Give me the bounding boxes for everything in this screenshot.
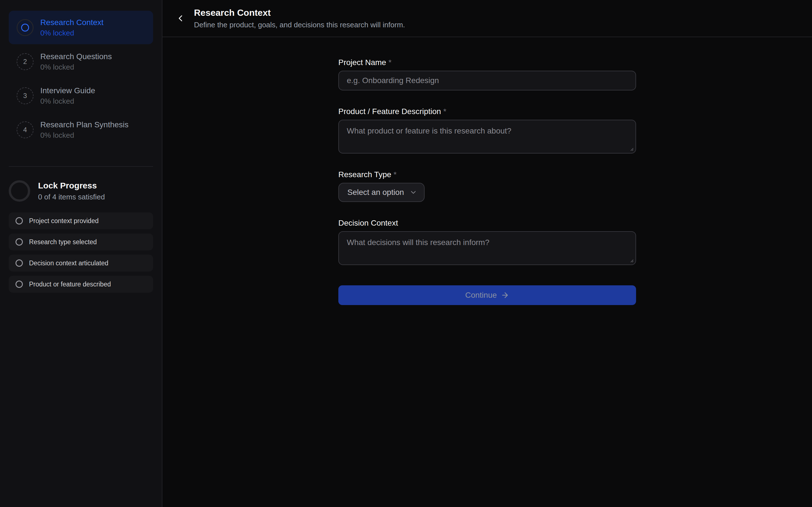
lock-progress-text: Lock Progress 0 of 4 items satisfied xyxy=(38,180,105,202)
product-description-textarea[interactable] xyxy=(338,120,636,154)
step-title: Research Context xyxy=(40,18,103,27)
label-text: Research Type xyxy=(338,170,391,179)
research-type-label: Research Type* xyxy=(338,170,636,179)
research-type-select[interactable]: Select an option xyxy=(338,183,424,202)
step-locked-label: 0% locked xyxy=(40,62,112,71)
sidebar-step-research-questions[interactable]: 2 Research Questions 0% locked xyxy=(9,45,153,78)
textarea-wrapper xyxy=(338,231,636,265)
research-context-form: Project Name* Product / Feature Descript… xyxy=(338,37,636,305)
step-list: Research Context 0% locked 2 Research Qu… xyxy=(9,11,153,147)
step-title: Research Questions xyxy=(40,52,112,61)
checklist-item-label: Product or feature described xyxy=(29,281,111,288)
project-name-group: Project Name* xyxy=(338,58,636,91)
checklist-item-label: Research type selected xyxy=(29,238,97,246)
checklist-item-label: Decision context articulated xyxy=(29,260,108,267)
continue-button[interactable]: Continue xyxy=(338,285,636,305)
step-text: Research Context 0% locked xyxy=(40,18,103,38)
lock-progress-section: Lock Progress 0 of 4 items satisfied xyxy=(9,180,153,202)
label-text: Decision Context xyxy=(338,219,398,227)
required-asterisk: * xyxy=(394,170,397,179)
main-panel: Research Context Define the product, goa… xyxy=(162,0,812,507)
lock-checklist: Project context provided Research type s… xyxy=(9,212,153,293)
circle-icon xyxy=(15,260,23,267)
page-subtitle: Define the product, goals, and decisions… xyxy=(194,20,405,29)
continue-label: Continue xyxy=(465,291,497,300)
checklist-item: Decision context articulated xyxy=(9,255,153,272)
product-description-label: Product / Feature Description* xyxy=(338,107,636,116)
step-locked-label: 0% locked xyxy=(40,131,129,140)
header-text: Research Context Define the product, goa… xyxy=(194,7,405,29)
step-number-badge: 3 xyxy=(17,87,34,104)
back-button[interactable] xyxy=(174,12,187,24)
step-title: Research Plan Synthesis xyxy=(40,120,129,129)
label-text: Project Name xyxy=(338,58,386,67)
step-text: Research Questions 0% locked xyxy=(40,52,112,71)
progress-ring-icon xyxy=(9,180,30,202)
sidebar-divider xyxy=(9,166,153,167)
arrow-right-icon xyxy=(501,291,509,299)
active-step-circle-icon xyxy=(17,19,34,36)
step-locked-label: 0% locked xyxy=(40,29,103,38)
sidebar: Research Context 0% locked 2 Research Qu… xyxy=(0,0,162,507)
step-text: Interview Guide 0% locked xyxy=(40,86,95,106)
lock-progress-subtitle: 0 of 4 items satisfied xyxy=(38,192,105,202)
circle-icon xyxy=(15,217,23,224)
project-name-label: Project Name* xyxy=(338,58,636,67)
circle-icon xyxy=(15,238,23,245)
sidebar-step-research-context[interactable]: Research Context 0% locked xyxy=(9,11,153,44)
step-locked-label: 0% locked xyxy=(40,97,95,106)
checklist-item: Research type selected xyxy=(9,233,153,250)
app-root: Research Context 0% locked 2 Research Qu… xyxy=(0,0,812,507)
step-number-badge: 4 xyxy=(17,121,34,138)
textarea-wrapper xyxy=(338,120,636,154)
lock-progress-title: Lock Progress xyxy=(38,180,105,191)
select-value: Select an option xyxy=(347,188,404,197)
sidebar-step-interview-guide[interactable]: 3 Interview Guide 0% locked xyxy=(9,79,153,112)
decision-context-group: Decision Context xyxy=(338,218,636,265)
step-title: Interview Guide xyxy=(40,86,95,96)
decision-context-textarea[interactable] xyxy=(338,231,636,265)
circle-icon xyxy=(15,281,23,288)
research-type-group: Research Type* Select an option xyxy=(338,170,636,202)
content-area: Project Name* Product / Feature Descript… xyxy=(162,37,812,507)
chevron-down-icon xyxy=(409,188,417,196)
project-name-input[interactable] xyxy=(338,71,636,91)
checklist-item: Project context provided xyxy=(9,212,153,229)
page-header: Research Context Define the product, goa… xyxy=(162,0,812,37)
chevron-left-icon xyxy=(175,13,186,23)
sidebar-step-research-plan-synthesis[interactable]: 4 Research Plan Synthesis 0% locked xyxy=(9,113,153,147)
checklist-item: Product or feature described xyxy=(9,276,153,293)
product-description-group: Product / Feature Description* xyxy=(338,107,636,154)
step-number-badge: 2 xyxy=(17,53,34,70)
required-asterisk: * xyxy=(389,58,392,67)
required-asterisk: * xyxy=(443,107,446,116)
decision-context-label: Decision Context xyxy=(338,218,636,228)
checklist-item-label: Project context provided xyxy=(29,217,99,225)
page-title: Research Context xyxy=(194,7,405,18)
step-text: Research Plan Synthesis 0% locked xyxy=(40,120,129,140)
label-text: Product / Feature Description xyxy=(338,107,441,116)
